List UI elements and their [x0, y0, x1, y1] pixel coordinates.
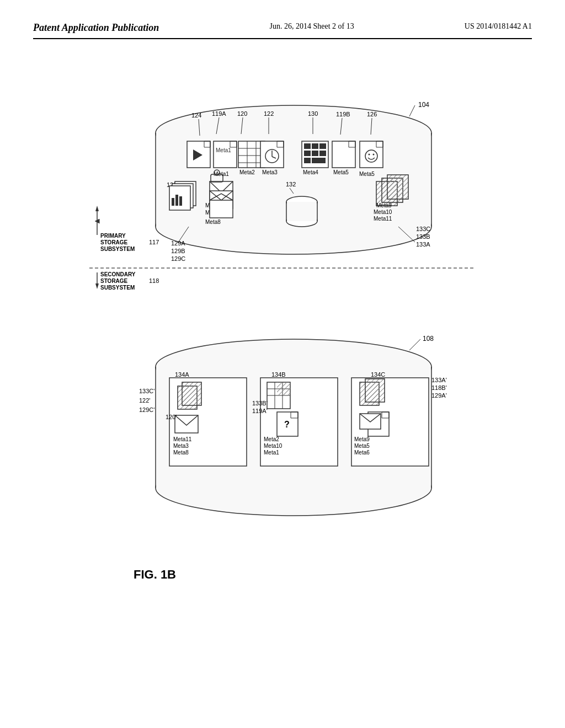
svg-text:118: 118 — [149, 277, 159, 284]
svg-text:119B: 119B — [336, 111, 350, 117]
svg-text:Meta11: Meta11 — [374, 216, 392, 222]
svg-text:Meta2: Meta2 — [264, 436, 279, 442]
svg-rect-47 — [360, 141, 383, 168]
svg-text:Meta10: Meta10 — [374, 209, 392, 215]
svg-text:119A: 119A — [212, 110, 226, 117]
svg-text:Meta11: Meta11 — [173, 436, 192, 442]
diagrams-container: 104 124 119A 120 122 130 119B — [33, 56, 532, 582]
svg-marker-100 — [95, 206, 99, 211]
svg-rect-126 — [182, 382, 201, 405]
svg-text:133B': 133B' — [252, 400, 268, 406]
svg-rect-76 — [287, 202, 317, 221]
svg-text:129C': 129C' — [139, 406, 154, 413]
diagram1-svg: 104 124 119A 120 122 130 119B — [89, 56, 476, 293]
svg-rect-146 — [365, 379, 385, 402]
svg-text:?: ? — [284, 420, 290, 429]
page-header: Patent Application Publication Jun. 26, … — [33, 22, 532, 39]
svg-text:Meta5: Meta5 — [359, 171, 375, 177]
diagram-bottom: 108 134A 134B 134C 133A' 118B' 129A' — [89, 317, 476, 582]
svg-text:134A: 134A — [175, 371, 189, 378]
svg-rect-40 — [304, 151, 311, 156]
svg-text:129B: 129B — [171, 248, 185, 254]
svg-text:129A': 129A' — [431, 392, 447, 399]
figure-label: FIG. 1B — [134, 568, 476, 582]
svg-point-49 — [369, 154, 370, 156]
svg-text:Meta2: Meta2 — [239, 169, 255, 175]
svg-text:Meta1: Meta1 — [216, 147, 231, 153]
svg-text:124: 124 — [191, 112, 201, 119]
svg-text:130: 130 — [308, 110, 318, 117]
diagram-top: 104 124 119A 120 122 130 119B — [89, 56, 476, 295]
publication-title: Patent Application Publication — [33, 22, 159, 34]
svg-text:134B: 134B — [271, 371, 286, 378]
svg-line-113 — [409, 339, 420, 350]
svg-text:Meta3: Meta3 — [173, 443, 189, 449]
svg-text:Meta10: Meta10 — [264, 443, 282, 449]
svg-rect-136 — [277, 382, 290, 395]
svg-text:Meta4: Meta4 — [303, 169, 318, 175]
svg-rect-59 — [172, 198, 174, 206]
svg-text:SECONDARY: SECONDARY — [100, 271, 136, 277]
svg-text:Meta8: Meta8 — [205, 219, 221, 225]
svg-text:129C: 129C — [171, 255, 185, 262]
svg-marker-107 — [95, 283, 99, 289]
svg-text:STORAGE: STORAGE — [100, 239, 128, 245]
svg-text:122: 122 — [264, 110, 274, 117]
svg-rect-22 — [214, 141, 237, 168]
svg-rect-80 — [387, 175, 408, 199]
svg-text:132: 132 — [286, 181, 296, 188]
svg-text:133A: 133A — [416, 241, 430, 248]
svg-text:133A': 133A' — [431, 377, 447, 383]
svg-text:Meta5: Meta5 — [333, 169, 349, 175]
svg-rect-44 — [312, 158, 326, 163]
ref-104: 104 — [418, 101, 429, 109]
svg-text:Meta1: Meta1 — [264, 449, 279, 456]
svg-rect-38 — [312, 143, 318, 149]
svg-text:120: 120 — [237, 110, 247, 117]
diagram2-svg: 108 134A 134B 134C 133A' 118B' 129A' — [89, 317, 476, 554]
svg-text:Meta9: Meta9 — [354, 436, 370, 442]
publication-date-sheet: Jun. 26, 2014 Sheet 2 of 13 — [270, 22, 354, 31]
svg-text:SUBSYSTEM: SUBSYSTEM — [100, 285, 135, 291]
svg-text:117: 117 — [149, 239, 159, 245]
svg-text:Meta9: Meta9 — [376, 202, 392, 208]
svg-rect-46 — [332, 141, 355, 168]
publication-number: US 2014/0181442 A1 — [465, 22, 532, 31]
svg-point-50 — [373, 154, 375, 156]
svg-rect-68 — [210, 200, 233, 218]
svg-rect-42 — [319, 151, 326, 156]
svg-text:PRIMARY: PRIMARY — [100, 233, 126, 239]
svg-text:129A: 129A — [171, 240, 185, 247]
page: Patent Application Publication Jun. 26, … — [0, 0, 565, 728]
svg-text:Meta8: Meta8 — [173, 449, 189, 456]
svg-text:133C: 133C — [416, 226, 430, 232]
svg-rect-43 — [304, 158, 311, 163]
svg-rect-39 — [319, 143, 326, 149]
svg-text:120': 120' — [166, 414, 177, 420]
svg-text:119A': 119A' — [252, 408, 268, 414]
svg-rect-61 — [179, 196, 182, 206]
svg-text:134C: 134C — [371, 371, 385, 378]
svg-text:Meta3: Meta3 — [262, 169, 278, 175]
svg-text:133C': 133C' — [139, 388, 154, 394]
svg-text:SUBSYSTEM: SUBSYSTEM — [100, 246, 135, 252]
svg-text:118B': 118B' — [431, 384, 447, 391]
svg-text:Meta6: Meta6 — [354, 449, 370, 456]
svg-rect-37 — [304, 143, 311, 149]
svg-text:108: 108 — [423, 335, 434, 342]
svg-text:126: 126 — [367, 111, 377, 117]
svg-text:STORAGE: STORAGE — [100, 278, 128, 284]
svg-text:Meta5: Meta5 — [354, 443, 370, 449]
svg-text:133B: 133B — [416, 233, 430, 240]
svg-line-5 — [409, 105, 415, 116]
svg-text:122': 122' — [139, 397, 150, 404]
svg-rect-60 — [175, 195, 178, 206]
svg-rect-41 — [312, 151, 318, 156]
